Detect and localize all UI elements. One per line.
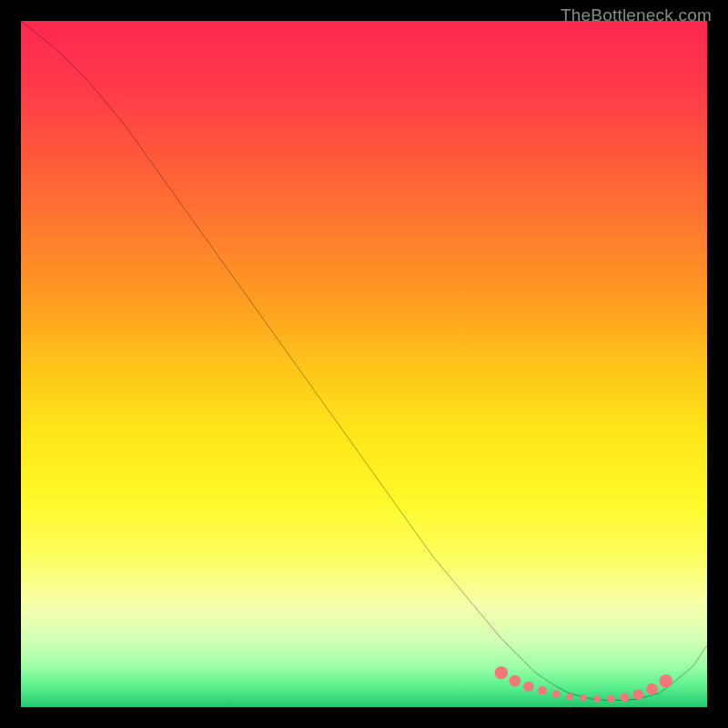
curve-marker: [607, 695, 615, 703]
curve-marker: [566, 693, 573, 701]
curve-marker: [552, 690, 561, 698]
chart-stage: TheBottleneck.com: [0, 0, 728, 728]
curve-marker: [581, 695, 587, 702]
curve-marker: [594, 695, 602, 703]
curve-marker: [621, 693, 630, 703]
curve-marker: [510, 675, 521, 687]
curve-marker: [633, 690, 643, 700]
curve-marker: [538, 686, 547, 695]
curve-marker: [495, 666, 508, 679]
curve-marker: [660, 674, 672, 687]
bottleneck-chart: [21, 21, 707, 707]
curve-marker: [646, 683, 658, 695]
curve-marker: [523, 682, 533, 692]
